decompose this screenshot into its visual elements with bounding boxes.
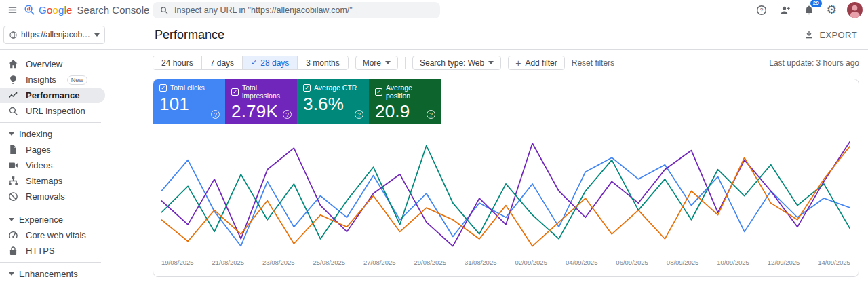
help-icon[interactable]: ? [427, 110, 435, 119]
metric-value: 3.6% [303, 94, 363, 115]
chevron-down-icon [94, 33, 100, 37]
sidebar-item-label: Sitemaps [26, 176, 62, 186]
person-add-icon [779, 4, 791, 16]
checkbox-checked-icon[interactable]: ✓ [231, 88, 239, 96]
metric-cards: ✓Total clicks 101 ? ✓Total impressions 2… [153, 79, 859, 124]
topbar-actions: ? 29 ⚙ [754, 2, 863, 18]
reset-filters-button[interactable]: Reset filters [572, 58, 614, 68]
content-layout: Overview Insights New Performance URL in… [0, 50, 868, 280]
help-icon: ? [755, 4, 768, 16]
sidebar-item-overview[interactable]: Overview [0, 56, 105, 72]
export-button[interactable]: EXPORT [804, 29, 857, 40]
sidebar-section-enhancements[interactable]: Enhancements [0, 266, 105, 281]
metric-card-total-impressions[interactable]: ✓Total impressions 2.79K ? [225, 79, 297, 124]
metric-label: Total clicks [170, 84, 205, 92]
check-icon: ✓ [251, 59, 257, 67]
hamburger-icon [7, 4, 18, 16]
search-type-dropdown[interactable]: Search type: Web [412, 56, 501, 70]
metric-value: 20.9 [375, 101, 435, 122]
x-axis-label: 12/09/2025 [768, 259, 800, 266]
url-inspect-searchbar[interactable] [153, 2, 440, 18]
sidebar-section-experience[interactable]: Experience [0, 212, 105, 227]
date-range-7-days[interactable]: 7 days [202, 56, 243, 69]
checkbox-checked-icon[interactable]: ✓ [159, 84, 167, 92]
property-icon [9, 31, 18, 39]
more-label: More [363, 58, 381, 68]
search-console-logo[interactable]: Google Search Console [24, 4, 149, 16]
x-axis-label: 06/09/2025 [616, 259, 648, 266]
search-console-logo-icon [24, 4, 35, 16]
metric-label: Total impressions [242, 84, 291, 100]
metric-card-average-position[interactable]: ✓Average position 20.9 ? [369, 79, 441, 124]
x-axis-label: 19/08/2025 [161, 259, 194, 266]
sidebar-section-indexing[interactable]: Indexing [0, 126, 105, 142]
x-axis-label: 25/08/2025 [313, 259, 345, 266]
help-button[interactable]: ? [754, 3, 769, 18]
sidebar-divider [0, 122, 101, 123]
chart-area[interactable] [161, 130, 850, 257]
property-row: https://allenjacobilaw.com/ Performance … [0, 20, 868, 50]
sidebar-item-insights[interactable]: Insights New [0, 72, 105, 88]
filter-bar: 24 hours 7 days ✓28 days 3 months More S… [153, 56, 859, 70]
avatar[interactable] [847, 2, 863, 18]
sidebar: Overview Insights New Performance URL in… [0, 50, 105, 280]
chevron-down-icon [488, 61, 494, 64]
last-update-text: Last update: 3 hours ago [769, 58, 859, 68]
settings-button[interactable]: ⚙ [825, 3, 838, 17]
property-selector[interactable]: https://allenjacobilaw.com/ [3, 26, 105, 44]
section-label: Enhancements [19, 269, 78, 279]
sidebar-item-pages[interactable]: Pages [0, 142, 105, 157]
download-icon [804, 29, 814, 40]
sidebar-item-https[interactable]: HTTPS [0, 243, 105, 259]
avatar-person-icon [847, 2, 863, 18]
sidebar-item-label: Pages [26, 145, 51, 155]
metric-card-total-clicks[interactable]: ✓Total clicks 101 ? [153, 79, 225, 124]
plus-icon: + [515, 58, 521, 68]
x-axis-label: 31/08/2025 [465, 259, 497, 266]
sidebar-item-label: Core web vitals [26, 230, 86, 240]
topbar: Google Search Console ? 29 ⚙ [0, 0, 868, 20]
metric-card-average-ctr[interactable]: ✓Average CTR 3.6% ? [297, 79, 369, 124]
x-axis-label: 02/09/2025 [515, 259, 547, 266]
performance-chart [161, 130, 850, 257]
main-menu-button[interactable] [5, 3, 20, 17]
sidebar-item-sitemaps[interactable]: Sitemaps [0, 173, 105, 189]
video-icon [7, 160, 19, 171]
lock-icon [7, 245, 19, 257]
search-type-label: Search type: Web [420, 58, 484, 68]
google-search-console-app: Google Search Console ? 29 ⚙ [0, 0, 868, 281]
sidebar-item-core-web-vitals[interactable]: Core web vitals [0, 227, 105, 243]
more-date-ranges-button[interactable]: More [355, 56, 398, 70]
add-user-button[interactable] [778, 3, 793, 18]
sidebar-item-removals[interactable]: Removals [0, 189, 105, 204]
x-axis-label: 14/09/2025 [818, 259, 850, 266]
help-icon[interactable]: ? [355, 110, 363, 119]
checkbox-checked-icon[interactable]: ✓ [375, 88, 382, 96]
x-axis-label: 04/09/2025 [566, 259, 598, 266]
date-range-28-days[interactable]: ✓28 days [243, 56, 298, 69]
date-range-label: 24 hours [161, 58, 193, 68]
checkbox-checked-icon[interactable]: ✓ [303, 84, 311, 92]
sidebar-item-url-inspection[interactable]: URL inspection [0, 103, 105, 119]
property-url: https://allenjacobilaw.com/ [21, 30, 91, 39]
magnifier-icon [7, 105, 19, 117]
x-axis-label: 10/09/2025 [717, 259, 749, 266]
chevron-down-icon [9, 218, 14, 221]
add-filter-button[interactable]: + Add filter [508, 56, 565, 70]
help-icon[interactable]: ? [283, 110, 292, 119]
chevron-down-icon [385, 61, 391, 64]
date-range-3-months[interactable]: 3 months [298, 56, 347, 69]
date-range-label: 3 months [306, 58, 339, 68]
help-icon[interactable]: ? [211, 110, 220, 119]
url-inspect-input[interactable] [174, 5, 433, 15]
date-range-label: 7 days [210, 58, 234, 68]
performance-chart-icon [7, 90, 19, 101]
sidebar-divider [0, 262, 101, 263]
sidebar-item-label: Insights [26, 75, 56, 85]
sidebar-item-videos[interactable]: Videos [0, 157, 105, 173]
sidebar-item-label: HTTPS [26, 246, 55, 256]
date-range-label: 28 days [260, 58, 289, 68]
notifications-button[interactable]: 29 [802, 3, 816, 18]
sidebar-item-performance[interactable]: Performance [0, 88, 105, 103]
date-range-24-hours[interactable]: 24 hours [153, 56, 202, 69]
